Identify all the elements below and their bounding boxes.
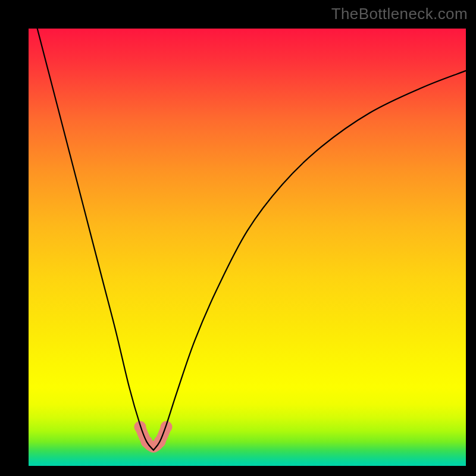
gradient-panel: [29, 29, 466, 466]
chart-frame: TheBottleneck.com: [0, 0, 476, 476]
attribution-label: TheBottleneck.com: [331, 5, 468, 23]
